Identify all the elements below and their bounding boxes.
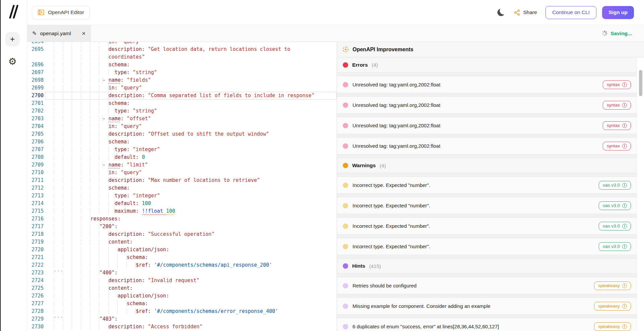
issue-badge[interactable]: speakeasyi <box>594 322 631 331</box>
issue-item[interactable]: Missing example for component. Consider … <box>337 297 637 315</box>
saving-label: Saving... <box>610 30 632 37</box>
issue-item[interactable]: Unresolved tag: tag:yaml.org,2002:floats… <box>337 96 637 114</box>
code-line[interactable]: 2720 application/json: <box>27 246 337 254</box>
code-lines: 2694 in: "query"2695 description: "Get l… <box>27 42 337 331</box>
window-edge <box>0 0 1 331</box>
code-line[interactable]: 2714 default: 100 <box>27 200 337 207</box>
speakeasy-logo[interactable] <box>7 4 19 19</box>
code-line[interactable]: 2715 maximum: !!float 100 <box>27 207 337 215</box>
code-line[interactable]: 2718 description: "Successful operation" <box>27 230 337 238</box>
openapi-editor-icon <box>38 9 44 16</box>
indent-guides <box>54 185 109 191</box>
code-line[interactable]: 2723 "400": <box>27 269 337 277</box>
section-dot-icon <box>343 263 348 269</box>
code-line[interactable]: 2696 schema: <box>27 61 337 69</box>
panel-scrollbar-track[interactable] <box>637 57 644 331</box>
code-line[interactable]: 2712 schema: <box>27 184 337 192</box>
tab-openapi-yaml[interactable]: ✎ openapi.yaml × <box>27 25 91 42</box>
section-header-hints[interactable]: Hints(415) <box>337 258 637 274</box>
code-line-text: $ref: '#/components/schemas/api_response… <box>54 261 272 269</box>
issue-badge[interactable]: syntaxi <box>603 80 631 89</box>
line-number: 2727 <box>27 300 44 308</box>
indent-guides <box>54 100 109 106</box>
code-line[interactable]: 2724 description: "Invalid request" <box>27 277 337 284</box>
code-line[interactable]: 2695 description: "Get location data, re… <box>27 46 337 53</box>
issue-badge[interactable]: syntaxi <box>603 142 631 150</box>
code-line[interactable]: 2704 in: "query" <box>27 123 337 130</box>
issue-badge[interactable]: oas v3.0i <box>599 181 631 190</box>
code-line[interactable]: 2722 $ref: '#/components/schemas/api_res… <box>27 261 337 269</box>
code-token: "string" <box>133 69 157 75</box>
section-header-errors[interactable]: Errors(4) <box>337 57 637 73</box>
code-line[interactable]: 2729 "403": <box>27 315 337 323</box>
code-line[interactable]: 2701 schema: <box>27 100 337 107</box>
code-line[interactable]: 2726 application/json: <box>27 292 337 300</box>
code-line[interactable]: 2728 $ref: '#/components/schemas/error_r… <box>27 308 337 315</box>
issue-badge[interactable]: oas v3.0i <box>599 201 631 210</box>
indent-guides <box>54 293 118 299</box>
tab-close-icon[interactable]: × <box>82 30 86 37</box>
code-line[interactable]: 2711 description: "Max number of locatio… <box>27 177 337 184</box>
dark-mode-toggle-moon-icon[interactable] <box>497 9 505 16</box>
issue-item[interactable]: Incorrect type. Expected "number".oas v3… <box>337 177 637 194</box>
issue-item[interactable]: Unresolved tag: tag:yaml.org,2002:floats… <box>337 117 637 134</box>
indent-guides <box>54 77 103 83</box>
issue-item[interactable]: Incorrect type. Expected "number".oas v3… <box>337 197 637 214</box>
code-token: in: <box>109 170 118 176</box>
code-line[interactable]: 2707 type: "integer" <box>27 146 337 153</box>
code-line[interactable]: 2721 schema: <box>27 254 337 261</box>
code-token: "query" <box>121 123 142 129</box>
indent-guides <box>54 92 109 98</box>
code-line[interactable]: 2708 default: 0 <box>27 153 337 161</box>
new-file-button[interactable]: + <box>5 32 19 46</box>
code-line[interactable]: 2698 - name: "fields" <box>27 76 337 84</box>
code-line[interactable]: 2710 in: "query" <box>27 169 337 177</box>
panel-scrollbar-thumb[interactable] <box>639 70 642 96</box>
code-line[interactable]: 2719 content: <box>27 238 337 246</box>
section-header-warnings[interactable]: Warnings(4) <box>337 158 637 173</box>
issue-bullet-icon <box>343 82 348 87</box>
sign-up-button[interactable]: Sign up <box>602 6 634 19</box>
issue-item[interactable]: Incorrect type. Expected "number".oas v3… <box>337 217 637 235</box>
issue-badge[interactable]: syntaxi <box>603 101 631 110</box>
issue-badge[interactable]: oas v3.0i <box>599 242 631 251</box>
code-line-text: description: "Successful operation" <box>54 230 215 238</box>
code-token: name <box>109 162 121 168</box>
issue-bullet-icon <box>343 223 348 229</box>
code-line[interactable]: 2694 in: "query" <box>27 42 337 46</box>
issue-badge[interactable]: oas v3.0i <box>599 222 631 230</box>
issue-bullet-icon <box>343 183 348 188</box>
code-line[interactable]: 2705 description: "Offset used to shift … <box>27 130 337 138</box>
code-line[interactable]: 2700 description: "Comma separated list … <box>27 92 337 100</box>
code-line[interactable]: coordinates" <box>27 53 337 61</box>
issue-item[interactable]: Unresolved tag: tag:yaml.org,2002:floats… <box>337 137 637 154</box>
code-line[interactable]: 2706 schema: <box>27 138 337 146</box>
code-line[interactable]: 2699 in: "query" <box>27 84 337 92</box>
issue-item[interactable]: Retries should be configuredspeakeasyi <box>337 277 637 294</box>
issue-badge[interactable]: speakeasyi <box>594 281 631 290</box>
code-line[interactable]: 2709 - name: "limit" <box>27 161 337 169</box>
settings-button[interactable]: ⚙ <box>5 54 19 68</box>
code-line[interactable]: 2727 schema: <box>27 300 337 308</box>
issue-item[interactable]: Incorrect type. Expected "number".oas v3… <box>337 238 637 255</box>
line-number: 2718 <box>27 230 44 238</box>
issue-item[interactable]: 6 duplicates of enum "success, error" at… <box>337 318 637 331</box>
share-button[interactable]: Share <box>514 9 537 16</box>
line-number: 2712 <box>27 184 44 192</box>
issue-badge[interactable]: speakeasyi <box>594 302 631 311</box>
code-line[interactable]: 2697 type: "string" <box>27 69 337 76</box>
code-line[interactable]: 2703 - name: "offset" <box>27 115 337 123</box>
code-line[interactable]: 2730 description: "Access forbidden" <box>27 323 337 331</box>
continue-on-cli-button[interactable]: Continue on CLI <box>545 6 596 19</box>
code-editor[interactable]: 2694 in: "query"2695 description: "Get l… <box>27 42 337 331</box>
code-line[interactable]: 2702 type: "string" <box>27 107 337 115</box>
code-line[interactable]: 2716 responses: <box>27 215 337 223</box>
issue-badge[interactable]: syntaxi <box>603 121 631 130</box>
code-token: schema: <box>109 62 130 68</box>
code-line[interactable]: 2725 content: <box>27 284 337 292</box>
code-line[interactable]: 2717 "200": <box>27 223 337 230</box>
info-icon: i <box>622 183 627 188</box>
code-line-text: - name: "offset" <box>54 115 151 123</box>
issue-item[interactable]: Unresolved tag: tag:yaml.org,2002:floats… <box>337 76 637 93</box>
code-line[interactable]: 2713 type: "integer" <box>27 192 337 200</box>
